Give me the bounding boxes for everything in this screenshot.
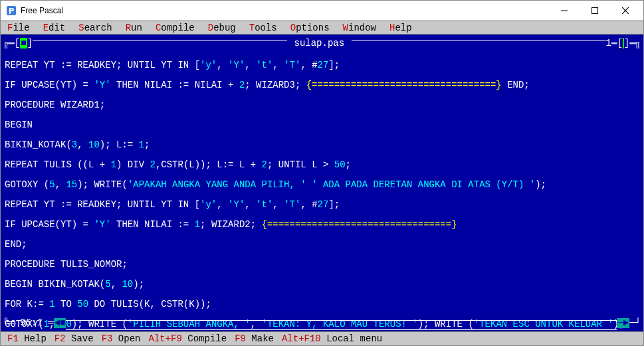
code-line: BEGIN bbox=[5, 120, 641, 130]
menu-search[interactable]: Search bbox=[78, 23, 112, 33]
menu-tools[interactable]: Tools bbox=[249, 23, 277, 33]
code-line: PROCEDURE WIZARD1; bbox=[5, 100, 641, 110]
code-line: END; bbox=[5, 240, 641, 250]
menu-help[interactable]: Help bbox=[389, 23, 412, 33]
titlebar[interactable]: Free Pascal bbox=[1, 1, 643, 21]
file-name: sulap.pas bbox=[287, 39, 351, 48]
file-frame-bottom: ╚═ 96:1 ═◄■ ─►─┘ bbox=[3, 316, 641, 330]
cursor-position: 96:1 bbox=[15, 318, 48, 328]
code-line: BIKIN_KOTAK(3, 10); L:= 1; bbox=[5, 140, 641, 150]
menu-debug[interactable]: Debug bbox=[208, 23, 236, 33]
status-altf9-compile[interactable]: Alt+F9 Compile bbox=[148, 333, 227, 344]
menu-options[interactable]: Options bbox=[290, 23, 330, 33]
code-line: FOR K:= 1 TO 50 DO TULIS(K, CSTR(K)); bbox=[5, 300, 641, 309]
close-button[interactable] bbox=[610, 1, 641, 20]
status-f2-save[interactable]: F2 Save bbox=[54, 333, 94, 344]
code-line: PROCEDURE TULIS_NOMOR; bbox=[5, 260, 641, 270]
menu-run[interactable]: Run bbox=[126, 23, 142, 33]
code-content[interactable]: REPEAT YT := READKEY; UNTIL YT IN ['y', … bbox=[3, 50, 641, 331]
status-f3-open[interactable]: F3 Open bbox=[102, 333, 141, 344]
svg-rect-2 bbox=[592, 7, 598, 13]
editor-area[interactable]: ╔═[■] sulap.pas 1═[]═╗ REPEAT YT := READ… bbox=[1, 35, 643, 331]
maximize-button[interactable] bbox=[580, 1, 610, 20]
code-line: REPEAT YT := READKEY; UNTIL YT IN ['y', … bbox=[5, 60, 641, 70]
window-buttons bbox=[549, 1, 641, 20]
code-line: GOTOXY (5, 15); WRITE('APAKAH ANGKA YANG… bbox=[5, 180, 641, 190]
file-frame-top: ╔═[■] sulap.pas 1═[]═╗ bbox=[3, 36, 641, 50]
status-altf10-localmenu[interactable]: Alt+F10 Local menu bbox=[282, 333, 382, 344]
minimize-button[interactable] bbox=[549, 1, 580, 20]
status-f1-help[interactable]: F1 Help bbox=[7, 333, 47, 344]
app-window: Free Pascal File Edit Search Run Compile… bbox=[0, 0, 644, 346]
window-title: Free Pascal bbox=[21, 6, 549, 15]
statusbar: F1 Help F2 Save F3 Open Alt+F9 Compile F… bbox=[1, 331, 643, 345]
code-line: BEGIN BIKIN_KOTAK(5, 10); bbox=[5, 280, 641, 290]
app-icon bbox=[6, 5, 17, 16]
code-line: REPEAT YT := READKEY; UNTIL YT IN ['y', … bbox=[5, 200, 641, 210]
scroll-right-icon[interactable]: ─► bbox=[617, 318, 629, 328]
menu-compile[interactable]: Compile bbox=[156, 23, 195, 33]
status-f9-make[interactable]: F9 Make bbox=[235, 333, 274, 344]
code-line: IF UPCASE(YT) = 'Y' THEN NILAI := NILAI … bbox=[5, 80, 641, 90]
scroll-left-icon[interactable]: ◄■ bbox=[54, 318, 66, 328]
code-line: IF UPCASE(YT) = 'Y' THEN NILAI := 1; WIZ… bbox=[5, 220, 641, 230]
code-line: REPEAT TULIS ((L + 1) DIV 2,CSTR(L)); L:… bbox=[5, 160, 641, 170]
menu-edit[interactable]: Edit bbox=[43, 23, 66, 33]
menu-file[interactable]: File bbox=[7, 23, 30, 33]
menu-window[interactable]: Window bbox=[343, 23, 376, 33]
close-file-icon[interactable]: ■ bbox=[20, 38, 27, 48]
menubar[interactable]: File Edit Search Run Compile Debug Tools… bbox=[1, 21, 643, 35]
